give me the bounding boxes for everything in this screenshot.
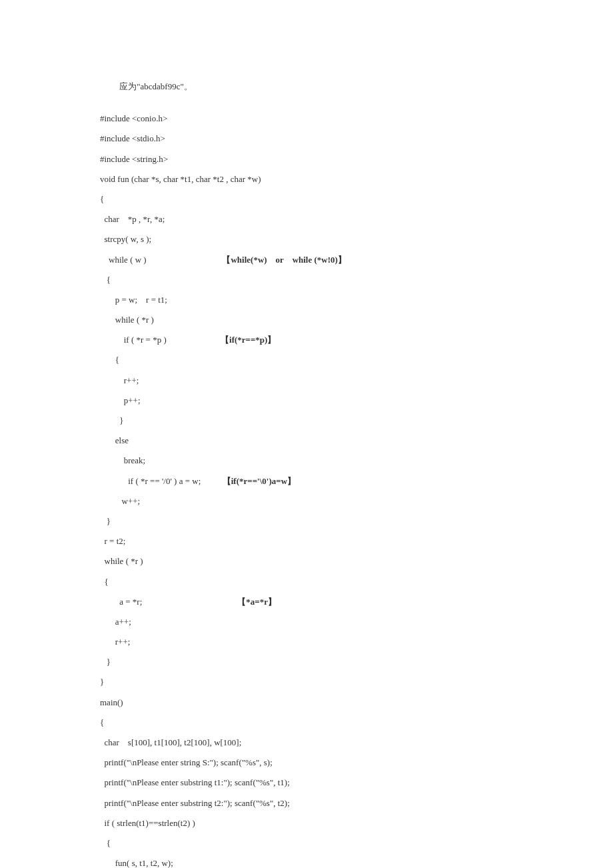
annotation: 【*a=*r】 [237, 597, 277, 607]
code-line: break; [100, 451, 513, 471]
code-line: if ( *r == '/0' ) a = w; 【if(*r=='\0')a=… [100, 471, 513, 491]
code-line: main() [100, 693, 513, 713]
code-line: if ( *r = *p ) 【if(*r==*p)】 [100, 330, 513, 350]
code-line: { [100, 833, 513, 853]
code-text: if ( *r = *p ) [100, 335, 221, 345]
code-line: { [100, 572, 513, 592]
code-text: while ( w ) [100, 255, 222, 265]
intro-text: 应为"abcdabf99c"。 [100, 77, 513, 97]
code-line: } [100, 411, 513, 431]
code-line: fun( s, t1, t2, w); [100, 853, 513, 868]
code-line: printf("\nPlease enter substring t1:"); … [100, 773, 513, 793]
code-line: a++; [100, 612, 513, 632]
code-text: if ( *r == '/0' ) a = w; [100, 476, 223, 486]
code-line: char s[100], t1[100], t2[100], w[100]; [100, 733, 513, 753]
code-line: } [100, 511, 513, 531]
code-line: while ( w ) 【while(*w) or while (*w!0)】 [100, 250, 513, 270]
code-line: while ( *r ) [100, 551, 513, 571]
code-line: r++; [100, 371, 513, 391]
code-line: if ( strlen(t1)==strlen(t2) ) [100, 813, 513, 833]
code-line: a = *r; 【*a=*r】 [100, 592, 513, 612]
code-line: void fun (char *s, char *t1, char *t2 , … [100, 169, 513, 189]
code-line: { [100, 270, 513, 290]
code-line: r++; [100, 632, 513, 652]
code-line: r = t2; [100, 531, 513, 551]
code-line: #include <conio.h> [100, 109, 513, 129]
code-line: p++; [100, 391, 513, 411]
code-line: else [100, 431, 513, 451]
code-text: a = *r; [100, 597, 237, 607]
annotation: 【if(*r==*p)】 [221, 335, 276, 345]
code-line: { [100, 713, 513, 733]
code-line: strcpy( w, s ); [100, 229, 513, 249]
spacer [100, 97, 513, 109]
code-line: p = w; r = t1; [100, 290, 513, 310]
code-line: { [100, 350, 513, 370]
code-line: while ( *r ) [100, 310, 513, 330]
code-line: printf("\nPlease enter string S:"); scan… [100, 753, 513, 773]
code-line: w++; [100, 491, 513, 511]
annotation: 【while(*w) or while (*w!0)】 [222, 255, 346, 265]
code-line: printf("\nPlease enter substring t2:"); … [100, 793, 513, 813]
code-line: #include <string.h> [100, 149, 513, 169]
document-page: 应为"abcdabf99c"。 #include <conio.h> #incl… [0, 0, 613, 868]
code-line: #include <stdio.h> [100, 129, 513, 149]
code-line: } [100, 672, 513, 692]
annotation: 【if(*r=='\0')a=w】 [223, 476, 296, 486]
code-line: char *p , *r, *a; [100, 209, 513, 229]
code-line: } [100, 652, 513, 672]
code-line: { [100, 189, 513, 209]
